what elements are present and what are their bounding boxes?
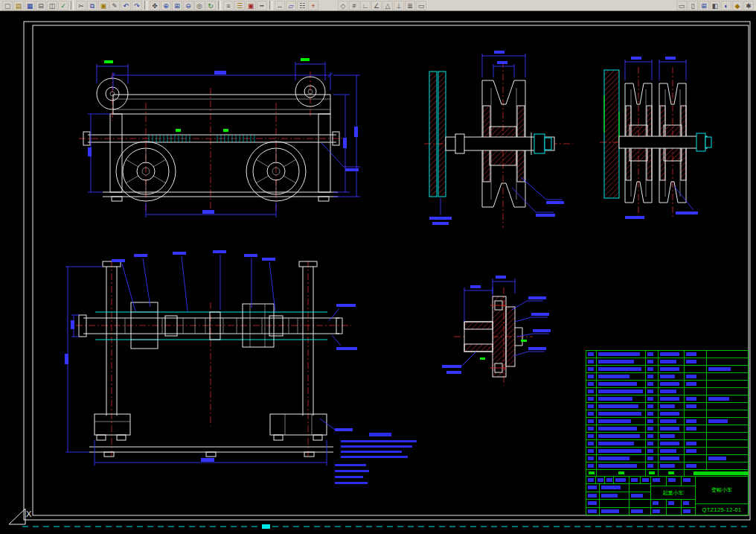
otrack-icon[interactable]: ⊥ [394, 1, 404, 10]
match-properties-icon[interactable]: ✎ [109, 1, 120, 10]
pan-icon[interactable]: ✥ [150, 1, 160, 10]
parts-text-bar [686, 404, 696, 408]
parts-cell [596, 351, 645, 357]
zoom-previous-icon[interactable]: ⊖ [183, 1, 193, 10]
parts-text-bar [598, 404, 638, 408]
parts-text-bar [660, 352, 679, 356]
title-block: 起重小车 变幅小车 QTZ125-12-01 [586, 350, 749, 515]
parts-text-bar [598, 457, 630, 460]
title-text-bar [683, 478, 691, 482]
parts-text-bar [598, 390, 643, 393]
parts-cell [645, 418, 658, 425]
area-icon[interactable]: ▱ [286, 1, 296, 10]
parts-cell [658, 373, 684, 380]
notes-line-bar [341, 445, 412, 448]
parts-text-bar [598, 442, 634, 445]
parts-list-row [586, 440, 748, 448]
model-paper-icon[interactable]: ▭ [416, 1, 426, 10]
copy-icon[interactable]: ⧉ [87, 1, 97, 10]
locate-point-icon[interactable]: + [308, 1, 318, 10]
parts-cell [645, 351, 658, 357]
title-cell [599, 500, 629, 507]
color-control-icon[interactable]: ▣ [246, 1, 256, 10]
print-icon[interactable]: ⊟ [36, 1, 46, 10]
grid-icon[interactable]: # [349, 1, 359, 10]
parts-cell [658, 440, 684, 447]
polar-icon[interactable]: ∠ [371, 1, 382, 10]
parts-text-bar [660, 412, 679, 416]
parts-header-cell [586, 470, 596, 476]
parts-text-bar [588, 412, 594, 416]
parts-cell [645, 433, 658, 439]
parts-cell [658, 381, 684, 387]
parts-text-bar [598, 382, 637, 386]
parts-cell [684, 373, 706, 380]
parts-text-bar [686, 449, 696, 453]
layout-tab-icon[interactable]: ▯ [688, 1, 698, 10]
redraw-icon[interactable]: ↻ [205, 1, 216, 10]
title-cell [595, 477, 604, 483]
title-text-bar [631, 494, 643, 498]
toolbar-group: ✥⊕⊞⊖◎↻ [150, 1, 216, 10]
parts-text-bar [598, 352, 640, 356]
list-icon[interactable]: ☷ [297, 1, 307, 10]
parts-list-row [586, 463, 748, 470]
redo-icon[interactable]: ↷ [132, 1, 142, 10]
parts-text-bar [647, 457, 653, 460]
parts-list-row [586, 403, 748, 410]
parts-list-row [586, 381, 748, 388]
parts-cell [706, 373, 749, 380]
shade-icon[interactable]: ◐ [721, 1, 731, 10]
drawing-canvas[interactable]: 起重小车 变幅小车 QTZ125-12-01 X [0, 0, 756, 534]
parts-cell [645, 403, 658, 410]
parts-cell [706, 358, 749, 365]
grip-marker[interactable] [262, 524, 270, 529]
parts-text-bar [598, 434, 640, 438]
parts-list [586, 351, 748, 470]
layers-icon[interactable]: ≡ [223, 1, 234, 10]
undo-icon[interactable]: ↶ [121, 1, 131, 10]
new-icon[interactable]: ▢ [2, 1, 13, 10]
model-tab-icon[interactable]: ▭ [676, 1, 687, 10]
parts-list-header [586, 470, 748, 477]
zoom-window-icon[interactable]: ⊞ [172, 1, 182, 10]
open-icon[interactable]: ▤ [13, 1, 24, 10]
distance-icon[interactable]: ↔ [275, 1, 285, 10]
print-preview-icon[interactable]: ◫ [47, 1, 57, 10]
osnap-icon[interactable]: △ [382, 1, 393, 10]
title-cell [629, 492, 651, 500]
title-text-bar [601, 509, 619, 513]
parts-cell [586, 358, 596, 365]
title-text-bar [588, 478, 594, 482]
parts-text-bar [660, 464, 675, 468]
layer-manager-icon[interactable]: ☰ [234, 1, 245, 10]
parts-text-bar [660, 442, 679, 445]
header-wide-green-bar [693, 471, 749, 475]
options-icon[interactable]: ✱ [743, 1, 754, 10]
parts-cell [586, 418, 596, 425]
title-cell [651, 477, 666, 486]
render-icon[interactable]: ◆ [732, 1, 743, 10]
spelling-icon[interactable]: ✓ [58, 1, 68, 10]
parts-text-bar [598, 427, 637, 430]
linetype-icon[interactable]: ╍ [257, 1, 267, 10]
parts-text-bar [647, 404, 653, 408]
lineweight-icon[interactable]: ≣ [405, 1, 415, 10]
parts-text-bar [588, 427, 594, 430]
paste-icon[interactable]: ▣ [98, 1, 109, 10]
ortho-icon[interactable]: ∟ [360, 1, 371, 10]
aerial-view-icon[interactable]: ◎ [194, 1, 205, 10]
parts-text-bar [588, 442, 594, 445]
parts-cell [586, 351, 596, 357]
cut-icon[interactable]: ✂ [76, 1, 86, 10]
notes-subline-bar [335, 470, 369, 472]
notes-sub-block [335, 464, 432, 484]
parts-text-bar [588, 397, 594, 401]
title-text-bar [598, 478, 603, 482]
viewports-icon[interactable]: ⊞ [699, 1, 709, 10]
named-views-icon[interactable]: ◧ [710, 1, 720, 10]
snap-icon[interactable]: ◇ [338, 1, 348, 10]
save-icon[interactable]: ▦ [25, 1, 35, 10]
zoom-realtime-icon[interactable]: ⊕ [161, 1, 171, 10]
title-text-bar [668, 478, 676, 482]
